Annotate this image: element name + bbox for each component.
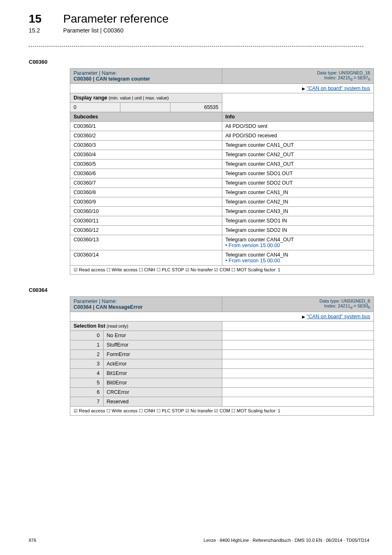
subcode: C00360/13	[70, 235, 222, 250]
list-item: 7Reserved	[70, 397, 374, 407]
c00360-anchor: C00360	[29, 59, 392, 65]
param-hdr-index: Index: 24211d = 5E93h	[324, 303, 370, 308]
subcode: C00360/9	[70, 197, 222, 207]
list-number: 2	[70, 350, 103, 359]
chapter-title: Parameter reference	[63, 12, 169, 25]
list-item: 5Bit0Error	[70, 378, 374, 388]
list-item: 4Bit1Error	[70, 369, 374, 378]
info-text: All PDO/SDO sent	[222, 122, 374, 131]
info-text: Telegram counter CAN1_IN	[222, 188, 374, 197]
page-header: 15 Parameter reference 15.2 Parameter li…	[0, 0, 392, 34]
list-number: 4	[70, 369, 103, 378]
info-text: Telegram counter SDO2 OUT	[222, 178, 374, 188]
info-text: Telegram counter CAN3_OUT	[222, 160, 374, 169]
info-text: Telegram counter SDO1 OUT	[222, 169, 374, 178]
version-link[interactable]: From version 15.00.00	[228, 243, 280, 248]
list-value: Bit1Error	[103, 369, 222, 378]
subcode: C00360/12	[70, 226, 222, 235]
list-number: 7	[70, 397, 103, 406]
list-item: 0No Error	[70, 331, 374, 340]
page-number: 876	[29, 538, 36, 543]
list-value: CRCError	[103, 388, 222, 397]
subcode: C00360/7	[70, 178, 222, 188]
param-hdr-name: C00360 | CAN telegram counter	[74, 76, 150, 82]
param-hdr-label: Parameter | Name:	[74, 298, 117, 304]
selection-list-small: (read only)	[107, 324, 129, 328]
subcode: C00360/6	[70, 169, 222, 178]
list-number: 6	[70, 388, 103, 397]
list-number: 0	[70, 331, 103, 340]
list-value: FormError	[103, 350, 222, 359]
c00360-table: Parameter | Name: C00360 | CAN telegram …	[70, 68, 374, 275]
section-title: Parameter list | C00360	[63, 27, 124, 34]
info-text: Telegram counter CAN2_OUT	[222, 150, 374, 160]
subcode: C00360/10	[70, 207, 222, 216]
list-value: Bit0Error	[103, 378, 222, 387]
list-item: 1StuffError	[70, 340, 374, 350]
section-number: 15.2	[29, 27, 62, 34]
info-label: Info	[222, 112, 374, 122]
chapter-number: 15	[29, 12, 62, 25]
list-value: No Error	[103, 331, 222, 340]
range-max: 65535	[170, 103, 221, 112]
info-text: Telegram counter CAN1_OUT	[222, 141, 374, 150]
list-number: 5	[70, 378, 103, 387]
display-range-small: (min. value | unit | max. value)	[108, 95, 168, 100]
subcode: C00360/11	[70, 216, 222, 226]
triangle-icon: ▶	[302, 86, 307, 91]
subcode: C00360/1	[70, 122, 222, 131]
subcode: C00360/14	[70, 250, 222, 266]
subcode: C00360/3	[70, 141, 222, 150]
param-hdr-name: C00364 | CAN MessageError	[74, 304, 143, 310]
selection-list-label: Selection list	[74, 323, 107, 329]
access-row: ☑ Read access ☐ Write access ☐ CINH ☐ PL…	[70, 407, 374, 416]
c00364-anchor: C00364	[29, 287, 392, 293]
list-value: Reserved	[103, 397, 222, 406]
divider	[29, 46, 363, 46]
info-text: Telegram counter SDO1 IN	[222, 216, 374, 226]
param-hdr-type: Data type: UNSIGNED_16	[317, 70, 370, 75]
list-item: 2FormError	[70, 350, 374, 359]
param-hdr-index: Index: 24215d = 5E97h	[324, 75, 370, 80]
footer: 876 Lenze · 8400 HighLine · Referenzhand…	[29, 538, 369, 543]
list-number: 1	[70, 340, 103, 349]
list-item: 3AckError	[70, 359, 374, 369]
param-hdr-type: Data type: UNSIGNED_8	[320, 298, 371, 303]
list-number: 3	[70, 359, 103, 368]
subcode: C00360/4	[70, 150, 222, 160]
can-on-board-link[interactable]: "CAN on board" system bus	[307, 314, 370, 319]
info-text: All PDO/SDO received	[222, 131, 374, 141]
can-on-board-link[interactable]: "CAN on board" system bus	[307, 86, 370, 91]
info-text: Telegram counter CAN4_OUT	[226, 237, 294, 243]
list-item: 6CRCError	[70, 388, 374, 397]
version-link[interactable]: From version 15.00.00	[228, 258, 280, 264]
param-hdr-label: Parameter | Name:	[74, 70, 117, 76]
c00364-table: Parameter | Name: C00364 | CAN MessageEr…	[70, 296, 374, 416]
triangle-icon: ▶	[302, 314, 307, 319]
subcode: C00360/5	[70, 160, 222, 169]
list-value: AckError	[103, 359, 222, 368]
info-text: Telegram counter CAN4_IN	[226, 252, 288, 258]
info-text: Telegram counter CAN3_IN	[222, 207, 374, 216]
range-min: 0	[70, 103, 120, 112]
list-value: StuffError	[103, 340, 222, 349]
subcode: C00360/2	[70, 131, 222, 141]
subcode: C00360/8	[70, 188, 222, 197]
footer-info: Lenze · 8400 HighLine · Referenzhandbuch…	[204, 538, 369, 543]
display-range-label: Display range	[74, 95, 108, 101]
info-text: Telegram counter CAN2_IN	[222, 197, 374, 207]
info-text: Telegram counter SDO2 IN	[222, 226, 374, 235]
access-row: ☑ Read access ☐ Write access ☐ CINH ☐ PL…	[70, 266, 374, 275]
subcodes-label: Subcodes	[70, 112, 222, 122]
